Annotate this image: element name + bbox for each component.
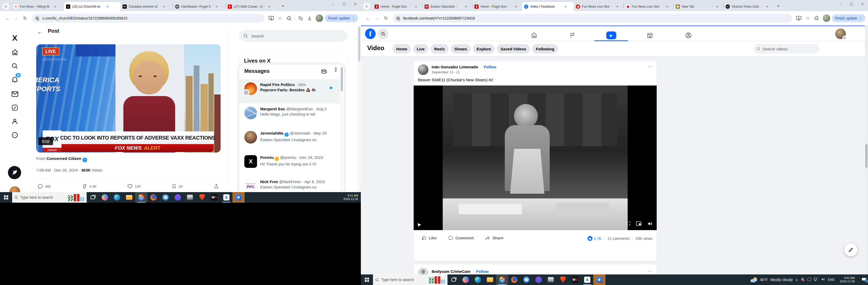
edge-icon[interactable] [472,275,484,285]
minimize-button[interactable]: – [328,0,339,8]
phone-app-icon[interactable]: ☎ [159,192,172,203]
cast-icon[interactable] [267,14,276,23]
post-more-icon[interactable]: ⋯ [647,268,652,274]
back-button[interactable]: ← [364,14,372,23]
nav-pages-flag-icon[interactable] [558,29,587,42]
thunderbird-icon[interactable] [147,192,159,203]
tab-easton-spectator[interactable]: ES Easton Spectator - × [423,2,472,11]
like-button[interactable]: Like [416,233,442,243]
volume-icon[interactable] [821,277,825,282]
new-message-icon[interactable] [321,69,327,75]
address-bar[interactable]: x.com/liz_churchill10/status/18722986984… [32,14,265,23]
tab-home-puget-2[interactable]: Home - Puget Sou × [472,2,522,11]
back-arrow-icon[interactable]: ← [37,29,42,35]
tab-fox-news[interactable]: M Fox News - Hitting M × [11,2,64,11]
page-scrollbar[interactable] [358,25,361,203]
explore-search-icon[interactable] [9,61,20,71]
loom-icon[interactable] [172,192,184,203]
reply-button[interactable]: 492 [38,184,51,189]
tab-reels[interactable]: Reels [431,44,448,54]
tab-close-icon[interactable]: × [464,4,468,9]
header-search-icon[interactable] [378,29,388,39]
more-icon[interactable]: ⋯ [9,130,20,140]
copilot-icon[interactable] [460,275,472,285]
compose-post-button[interactable] [8,166,21,179]
new-tab-button[interactable]: + [279,3,286,9]
start-button[interactable] [361,275,373,285]
tab-close-icon[interactable]: × [162,4,166,9]
chrome-icon[interactable] [496,275,508,285]
tab-live[interactable]: Live [413,44,429,54]
notifications-bell-icon[interactable]: 15 [9,74,20,85]
tab-video-facebook-active[interactable]: f Video | Facebook × [522,2,574,11]
grok-icon[interactable] [9,102,20,113]
photos-app-icon[interactable] [593,275,606,285]
tab-close-icon[interactable]: × [414,4,418,9]
action-center-icon[interactable]: 3 [860,276,868,283]
search-input[interactable]: Search [239,30,348,42]
picture-in-picture-icon[interactable] [636,221,641,227]
tab-fox-live-1[interactable]: Fox News Live Stre × [574,2,623,11]
collapse-drawer-icon[interactable]: ∨∨ [334,67,337,72]
reload-button[interactable]: ↻ [21,14,30,23]
tab-close-icon[interactable]: × [665,4,669,9]
edge-icon[interactable] [111,192,123,203]
file-explorer-icon[interactable] [123,192,135,203]
taskbar-search-input[interactable]: Type here to search [12,192,87,203]
compose-fab[interactable] [844,243,858,256]
finish-update-button[interactable]: Finish update ⋮ [832,14,865,22]
reading-list-icon[interactable] [296,14,305,23]
weather-desc[interactable]: Mostly cloudy [770,278,793,282]
file-explorer-icon[interactable] [484,275,496,285]
tab-seth-cowan[interactable]: ▶ (27) Seth Cowan - D × [225,2,278,11]
copilot-icon[interactable] [99,192,111,203]
tab-following[interactable]: Following [532,44,558,54]
tab-wordpress-dashboard[interactable]: W Dashboard ‹ Puget S × [173,2,225,11]
hidden-icons-chevron[interactable]: ∧ [795,278,798,282]
tab-search-icon[interactable]: ∨ [363,3,370,10]
ws-app-icon[interactable]: WS [569,275,581,285]
profile-avatar[interactable]: ∨ [835,29,846,39]
follow-link[interactable]: Follow [476,269,489,274]
messages-scrollbar[interactable] [341,67,343,200]
bookmark-star-icon[interactable]: ☆ [276,14,285,23]
search-videos-input[interactable]: Search videos [753,44,819,54]
share-button[interactable] [214,184,219,189]
follow-link[interactable]: Follow [484,65,496,69]
tab-explore[interactable]: Explore [473,44,495,54]
brave-icon[interactable] [196,192,208,203]
nav-groups-icon[interactable] [674,29,703,42]
taskbar-search-input[interactable]: Type here to search [373,275,447,285]
browser-profile-avatar[interactable] [316,14,323,22]
word-document-icon[interactable]: A [220,192,232,203]
task-view-icon[interactable] [87,192,99,203]
message-item[interactable]: 22 Rapid Fire Politics32m Popcorn Farts:… [239,79,340,103]
taskbar-clock[interactable]: 9:41 AM 2024-12-26 [341,194,361,201]
brave-icon[interactable] [557,275,569,285]
tab-close-icon[interactable]: × [715,4,719,9]
reload-button[interactable]: ↻ [381,14,391,23]
chrome-icon[interactable] [135,192,147,203]
message-item[interactable]: JeremiahWa✓ @JeremiahMay 29 Easton Spect… [239,128,340,152]
tab-close-icon[interactable]: × [765,4,769,9]
nav-video-icon-active[interactable]: ▶ [596,29,626,42]
close-button[interactable]: × [350,0,361,8]
play-button[interactable]: ▶ [418,222,421,227]
fullscreen-icon[interactable] [626,221,631,227]
author-name[interactable]: Bodycam CrimeCam [432,269,470,274]
message-item[interactable]: X Premiu✓ @premiuDec 28, 2023 Hi! Thank … [239,152,340,176]
weather-temp[interactable]: 40°F [760,278,768,282]
browser-profile-avatar[interactable] [823,14,830,22]
site-settings-icon[interactable] [396,16,400,20]
tab-close-icon[interactable]: × [267,4,271,9]
tab-close-icon[interactable]: × [105,4,110,9]
teams-status-icon[interactable] [801,277,805,282]
tab-saved-videos[interactable]: Saved Videos [497,44,530,54]
restore-button[interactable] [339,0,350,8]
forward-button[interactable]: → [11,14,21,23]
ws-app-icon[interactable]: WS [208,192,220,203]
video-player[interactable]: ▶ [414,85,657,230]
tab-liz-churchill-active[interactable]: X (15) Liz Churchill on × [64,2,120,11]
word-document-icon[interactable]: A [581,275,593,285]
author-avatar[interactable] [418,64,429,75]
